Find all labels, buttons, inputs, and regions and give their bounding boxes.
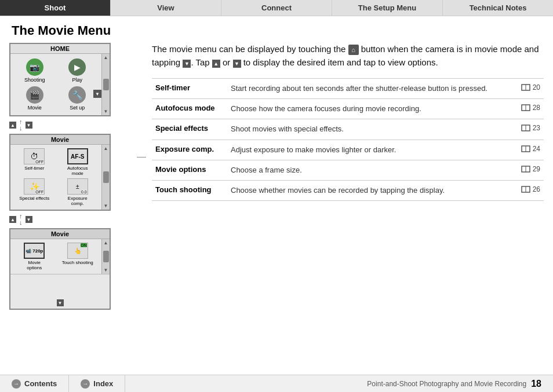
movie-options-box: 📹 720p (24, 243, 45, 259)
scroll-down-button[interactable]: ▼ (93, 90, 101, 98)
contents-icon: → (12, 379, 21, 389)
up-icon: ▲ (212, 60, 220, 68)
footer-text-area: Point-and-Shoot Photography and Movie Re… (367, 379, 553, 389)
special-effects-item: ✨ OFF Special effects (14, 178, 55, 206)
special-effects-box: ✨ OFF (24, 178, 45, 195)
item-desc-touch-shooting: Choose whether movies can be recorded by… (227, 180, 509, 200)
item-ref-exposure: 24 (509, 140, 544, 160)
table-row: Touch shooting Choose whether movies can… (152, 180, 544, 200)
tab-connect[interactable]: Connect (221, 0, 332, 16)
touch-shooting-item: 👆 ON Touch shooting (57, 243, 99, 270)
table-row: Self-timer Start recording about ten sec… (152, 79, 544, 99)
item-ref-movie-options: 29 (509, 160, 544, 180)
bottom-navigation: → Contents → Index Point-and-Shoot Photo… (0, 375, 553, 392)
shooting-icon-item: 📷 Shooting (15, 58, 54, 83)
play-icon-item: ▶ Play (58, 58, 97, 83)
up-arrow-1: ▲ (9, 122, 16, 129)
movie-tap-icon: ▼ (183, 60, 191, 68)
screen2-down-btn[interactable]: ▼ (57, 299, 64, 306)
movie-screen-2: Movie 📹 720p Movieoptions 👆 ON (9, 228, 111, 310)
tab-setup-menu[interactable]: The Setup Menu (332, 0, 443, 16)
item-name-self-timer: Self-timer (152, 79, 227, 99)
down-arrow-1: ▼ (26, 122, 32, 129)
table-row: Autofocus mode Choose how the camera foc… (152, 99, 544, 119)
setup-icon-item: 🔧 Set up (58, 86, 97, 111)
self-timer-item: ⏱ OFF Self-timer (14, 148, 55, 176)
item-name-touch-shooting: Touch shooting (152, 180, 227, 200)
index-button[interactable]: → Index (69, 375, 125, 392)
item-ref-special-effects: 23 (509, 119, 544, 140)
home-screen-wrapper: HOME 📷 Shooting ▶ Play 🎬 Movi (9, 43, 137, 116)
setup-icon: 🔧 (68, 86, 86, 104)
tab-shoot[interactable]: Shoot (0, 0, 111, 16)
table-row: Movie options Choose a frame size. 29 (152, 160, 544, 180)
item-desc-movie-options: Choose a frame size. (227, 160, 509, 180)
item-desc-autofocus: Choose how the camera focuses during mov… (227, 99, 509, 119)
main-content: HOME 📷 Shooting ▶ Play 🎬 Movi (0, 43, 553, 310)
touch-shooting-box: 👆 ON (67, 243, 88, 259)
item-desc-exposure: Adjust exposure to make movies lighter o… (227, 140, 509, 160)
page-title: The Movie Menu (0, 16, 553, 43)
exposure-item: ± 0.0 Exposurecomp. (57, 178, 99, 206)
item-desc-self-timer: Start recording about ten seconds after … (227, 79, 509, 99)
down-icon: ▼ (233, 60, 241, 68)
autofocus-box: AF-S (67, 148, 88, 164)
item-name-exposure: Exposure comp. (152, 140, 227, 160)
movie-screen-2-wrapper: Movie 📹 720p Movieoptions 👆 ON (9, 228, 137, 310)
down-arrow-2: ▼ (26, 216, 32, 223)
shooting-icon: 📷 (26, 58, 43, 76)
movie-options-item: 📹 720p Movieoptions (14, 243, 55, 270)
autofocus-item: AF-S Autofocusmode (57, 148, 99, 176)
page-number: 18 (531, 379, 541, 389)
index-icon: → (81, 379, 90, 389)
item-ref-self-timer: 20 (509, 79, 544, 99)
home-screen-label: HOME (10, 44, 110, 54)
ref-icon-touch-shooting: 26 (521, 185, 540, 193)
item-desc-special-effects: Shoot movies with special effects. (227, 119, 509, 140)
tab-technical-notes[interactable]: Technical Notes (443, 0, 553, 16)
arrows-row-1: ▲ ↑ ↓ ▼ (9, 116, 137, 134)
ref-icon-movie-options: 29 (521, 165, 540, 173)
movie-icon-item: 🎬 Movie (15, 86, 54, 111)
contents-button[interactable]: → Contents (0, 375, 69, 392)
menu-table: Self-timer Start recording about ten sec… (152, 78, 544, 201)
tab-view[interactable]: View (111, 0, 221, 16)
table-row: Exposure comp. Adjust exposure to make m… (152, 140, 544, 160)
self-timer-box: ⏱ OFF (24, 148, 45, 164)
home-camera-screen: HOME 📷 Shooting ▶ Play 🎬 Movi (9, 43, 111, 116)
item-name-special-effects: Special effects (152, 119, 227, 140)
arrows-row-2: ▲ ↑ ↓ ▼ (9, 211, 137, 228)
item-name-movie-options: Movie options (152, 160, 227, 180)
movie-screen-1-wrapper: Movie ⏱ OFF Self-timer AF-S (9, 134, 137, 211)
item-ref-touch-shooting: 26 (509, 180, 544, 200)
ref-icon-self-timer: 20 (521, 83, 540, 91)
home-button-icon: ⌂ (348, 45, 359, 55)
right-panel: The movie menu can be displayed by touch… (152, 43, 544, 310)
item-name-autofocus: Autofocus mode (152, 99, 227, 119)
table-row: Special effects Shoot movies with specia… (152, 119, 544, 140)
play-icon: ▶ (68, 58, 86, 76)
top-navigation: Shoot View Connect The Setup Menu Techni… (0, 0, 553, 16)
left-panel: HOME 📷 Shooting ▶ Play 🎬 Movi (9, 43, 143, 310)
description-text: The movie menu can be displayed by touch… (152, 43, 544, 69)
connector-line-1 (137, 157, 146, 157)
exposure-box: ± 0.0 (67, 178, 88, 195)
item-ref-autofocus: 28 (509, 99, 544, 119)
ref-icon-autofocus: 28 (521, 104, 540, 112)
movie-icon: 🎬 (26, 86, 43, 104)
ref-icon-special-effects: 23 (521, 124, 540, 132)
ref-icon-exposure: 24 (521, 145, 540, 153)
up-arrow-2: ▲ (9, 216, 16, 223)
movie-screen-1: Movie ⏱ OFF Self-timer AF-S (9, 134, 111, 211)
